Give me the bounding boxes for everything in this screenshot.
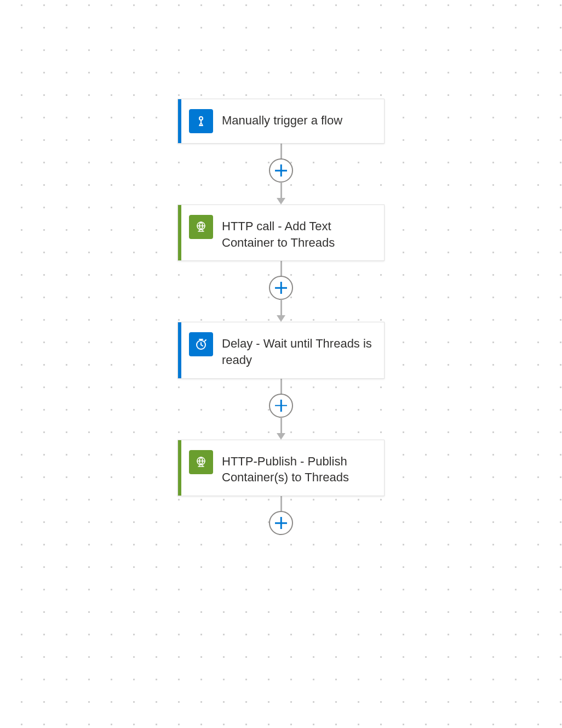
add-step-button[interactable] (269, 276, 293, 300)
flow-container: Manually trigger a flow HTTP call - Add … (0, 0, 562, 728)
node-label: Manually trigger a flow (222, 109, 342, 129)
plus-icon (275, 400, 287, 412)
plus-icon (275, 164, 287, 177)
globe-icon (189, 450, 213, 474)
connector (277, 299, 285, 322)
add-step-button[interactable] (269, 511, 293, 535)
touch-icon (189, 109, 213, 133)
connector (280, 379, 282, 394)
node-label: Delay - Wait until Threads is ready (222, 332, 374, 368)
connector (277, 417, 285, 440)
plus-icon (275, 282, 287, 294)
connector (277, 182, 285, 204)
plus-icon (275, 517, 287, 529)
connector (280, 496, 282, 511)
globe-icon (189, 215, 213, 239)
connector (280, 144, 282, 159)
node-http-publish[interactable]: HTTP-Publish - Publish Container(s) to T… (177, 440, 385, 496)
node-delay[interactable]: Delay - Wait until Threads is ready (177, 322, 385, 378)
add-step-button[interactable] (269, 394, 293, 418)
connector (280, 261, 282, 276)
node-label: HTTP-Publish - Publish Container(s) to T… (222, 450, 374, 486)
node-label: HTTP call - Add Text Container to Thread… (222, 215, 374, 251)
node-trigger[interactable]: Manually trigger a flow (177, 99, 385, 144)
clock-icon (189, 332, 213, 356)
node-http-add[interactable]: HTTP call - Add Text Container to Thread… (177, 204, 385, 261)
add-step-button[interactable] (269, 158, 293, 183)
